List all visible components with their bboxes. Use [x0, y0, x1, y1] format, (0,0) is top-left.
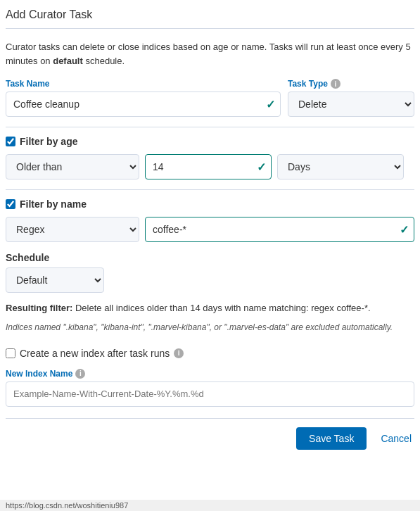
divider-2	[6, 189, 414, 190]
new-index-name-label: New Index Name i	[6, 369, 414, 379]
age-value-input[interactable]	[145, 154, 272, 179]
create-new-index-info-icon[interactable]: i	[174, 348, 184, 358]
age-value-check-icon: ✓	[257, 160, 266, 174]
new-index-name-section: New Index Name i	[6, 369, 414, 407]
filter-by-name-label[interactable]: Filter by name	[6, 198, 414, 210]
new-index-name-input[interactable]	[6, 381, 414, 407]
name-filter-row: Regex Prefix Suffix ✓	[6, 217, 414, 242]
create-new-index-label[interactable]: Create a new index after task runs i	[6, 348, 414, 359]
task-name-input[interactable]	[6, 92, 281, 117]
schedule-label: Schedule	[6, 252, 414, 263]
filter-by-name-section: Filter by name Regex Prefix Suffix ✓	[6, 198, 414, 242]
name-value-check-icon: ✓	[400, 223, 409, 236]
age-filter-select[interactable]: Older than Younger than	[6, 154, 139, 179]
name-value-input[interactable]	[145, 217, 414, 242]
page-container: Add Curator Task Curator tasks can delet…	[0, 0, 420, 461]
url-bar: https://blog.csdn.net/woshitieniu987	[0, 500, 420, 511]
schedule-select[interactable]: Default Custom	[6, 267, 104, 293]
divider-1	[6, 127, 414, 127]
footer: Save Task Cancel	[6, 418, 414, 450]
create-new-index-section: Create a new index after task runs i	[6, 348, 414, 359]
age-filter-row: Older than Younger than ✓ Days Hours Wee…	[6, 154, 414, 179]
filter-by-age-checkbox[interactable]	[6, 137, 15, 146]
task-name-label: Task Name	[6, 79, 281, 89]
task-name-check-icon: ✓	[266, 98, 275, 111]
new-index-name-info-icon[interactable]: i	[75, 369, 85, 379]
description: Curator tasks can delete or close indice…	[6, 40, 414, 68]
create-new-index-checkbox[interactable]	[6, 348, 15, 358]
task-type-label: Task Type i	[288, 79, 414, 89]
age-value-wrapper: ✓	[145, 154, 272, 179]
task-type-select[interactable]: Delete Close	[288, 92, 414, 117]
age-unit-select[interactable]: Days Hours Weeks Months	[277, 154, 404, 179]
save-button[interactable]: Save Task	[296, 427, 367, 450]
page-title: Add Curator Task	[6, 8, 414, 29]
name-filter-select[interactable]: Regex Prefix Suffix	[6, 217, 139, 242]
schedule-section: Schedule Default Custom	[6, 252, 414, 293]
task-name-group: Task Name ✓	[6, 79, 281, 117]
task-type-info-icon[interactable]: i	[331, 79, 341, 89]
cancel-button[interactable]: Cancel	[378, 427, 414, 450]
task-name-type-row: Task Name ✓ Task Type i Delete Close	[6, 79, 414, 117]
excluded-note: Indices named ".kibana", "kibana-int", "…	[6, 321, 414, 334]
task-name-input-wrapper: ✓	[6, 92, 281, 117]
task-type-group: Task Type i Delete Close	[288, 79, 414, 117]
filter-by-age-section: Filter by age Older than Younger than ✓ …	[6, 136, 414, 179]
filter-by-name-checkbox[interactable]	[6, 199, 15, 209]
resulting-filter: Resulting filter: Delete all indices old…	[6, 301, 414, 315]
filter-by-age-label[interactable]: Filter by age	[6, 136, 414, 147]
name-value-wrapper: ✓	[145, 217, 414, 242]
